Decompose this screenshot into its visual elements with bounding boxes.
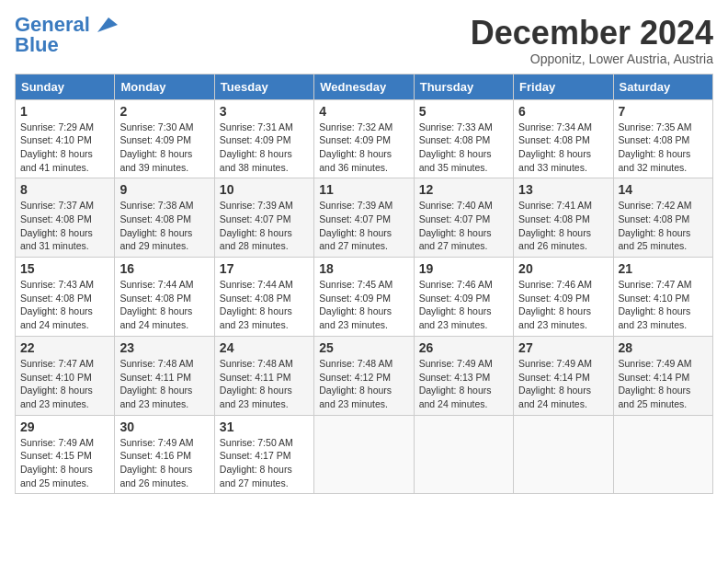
- day-number: 14: [619, 182, 708, 197]
- day-number: 25: [319, 340, 408, 355]
- day-detail: Sunrise: 7:37 AMSunset: 4:08 PMDaylight:…: [20, 200, 94, 251]
- day-number: 5: [419, 104, 508, 119]
- day-detail: Sunrise: 7:29 AMSunset: 4:10 PMDaylight:…: [20, 121, 94, 173]
- day-detail: Sunrise: 7:43 AMSunset: 4:08 PMDaylight:…: [20, 279, 94, 330]
- day-number: 30: [119, 419, 209, 434]
- weekday-header-row: SundayMondayTuesdayWednesdayThursdayFrid…: [16, 74, 713, 99]
- day-detail: Sunrise: 7:30 AMSunset: 4:09 PMDaylight:…: [119, 121, 193, 173]
- calendar-cell: 20 Sunrise: 7:46 AMSunset: 4:09 PMDaylig…: [514, 258, 613, 337]
- day-number: 31: [220, 419, 309, 434]
- calendar-cell: 18 Sunrise: 7:45 AMSunset: 4:09 PMDaylig…: [314, 258, 414, 337]
- day-detail: Sunrise: 7:39 AMSunset: 4:07 PMDaylight:…: [319, 200, 392, 251]
- logo-icon: [92, 14, 118, 40]
- day-number: 19: [419, 261, 508, 276]
- calendar-cell: 4 Sunrise: 7:32 AMSunset: 4:09 PMDayligh…: [314, 99, 414, 178]
- day-detail: Sunrise: 7:49 AMSunset: 4:14 PMDaylight:…: [619, 358, 692, 409]
- day-detail: Sunrise: 7:48 AMSunset: 4:11 PMDaylight:…: [220, 358, 293, 409]
- calendar-cell: 22 Sunrise: 7:47 AMSunset: 4:10 PMDaylig…: [16, 336, 115, 415]
- calendar-week-2: 8 Sunrise: 7:37 AMSunset: 4:08 PMDayligh…: [16, 178, 713, 258]
- weekday-header-wednesday: Wednesday: [314, 74, 414, 99]
- calendar-cell: 11 Sunrise: 7:39 AMSunset: 4:07 PMDaylig…: [314, 178, 414, 258]
- calendar-cell: [514, 415, 613, 494]
- day-detail: Sunrise: 7:44 AMSunset: 4:08 PMDaylight:…: [220, 279, 293, 330]
- calendar-cell: 16 Sunrise: 7:44 AMSunset: 4:08 PMDaylig…: [115, 258, 214, 337]
- calendar-cell: 1 Sunrise: 7:29 AMSunset: 4:10 PMDayligh…: [16, 99, 115, 178]
- weekday-header-friday: Friday: [514, 74, 613, 99]
- day-detail: Sunrise: 7:47 AMSunset: 4:10 PMDaylight:…: [619, 279, 692, 330]
- day-number: 12: [419, 182, 508, 197]
- calendar-cell: [414, 415, 513, 494]
- day-number: 9: [119, 182, 209, 197]
- day-number: 15: [20, 261, 109, 276]
- calendar-week-4: 22 Sunrise: 7:47 AMSunset: 4:10 PMDaylig…: [16, 336, 713, 415]
- calendar-cell: 26 Sunrise: 7:49 AMSunset: 4:13 PMDaylig…: [414, 336, 513, 415]
- calendar-cell: 2 Sunrise: 7:30 AMSunset: 4:09 PMDayligh…: [115, 99, 214, 178]
- calendar-cell: 17 Sunrise: 7:44 AMSunset: 4:08 PMDaylig…: [214, 258, 313, 337]
- calendar-table: SundayMondayTuesdayWednesdayThursdayFrid…: [15, 74, 713, 495]
- day-number: 8: [20, 182, 109, 197]
- calendar-cell: 7 Sunrise: 7:35 AMSunset: 4:08 PMDayligh…: [613, 99, 712, 178]
- day-detail: Sunrise: 7:39 AMSunset: 4:07 PMDaylight:…: [220, 200, 293, 251]
- day-detail: Sunrise: 7:35 AMSunset: 4:08 PMDaylight:…: [619, 121, 692, 173]
- day-detail: Sunrise: 7:47 AMSunset: 4:10 PMDaylight:…: [20, 358, 94, 409]
- day-detail: Sunrise: 7:45 AMSunset: 4:09 PMDaylight:…: [319, 279, 392, 330]
- day-detail: Sunrise: 7:48 AMSunset: 4:12 PMDaylight:…: [319, 358, 392, 409]
- day-number: 17: [220, 261, 309, 276]
- day-detail: Sunrise: 7:48 AMSunset: 4:11 PMDaylight:…: [119, 358, 193, 409]
- logo-text: GeneralBlue: [15, 15, 90, 55]
- day-detail: Sunrise: 7:34 AMSunset: 4:08 PMDaylight:…: [518, 121, 592, 173]
- day-detail: Sunrise: 7:46 AMSunset: 4:09 PMDaylight:…: [518, 279, 592, 330]
- calendar-cell: [613, 415, 712, 494]
- calendar-cell: 31 Sunrise: 7:50 AMSunset: 4:17 PMDaylig…: [214, 415, 313, 494]
- svg-marker-0: [97, 17, 118, 32]
- day-number: 1: [20, 104, 109, 119]
- weekday-header-tuesday: Tuesday: [214, 74, 313, 99]
- page-header: GeneralBlue December 2024 Opponitz, Lowe…: [15, 15, 713, 66]
- calendar-cell: 28 Sunrise: 7:49 AMSunset: 4:14 PMDaylig…: [613, 336, 712, 415]
- day-number: 23: [119, 340, 209, 355]
- calendar-week-1: 1 Sunrise: 7:29 AMSunset: 4:10 PMDayligh…: [16, 99, 713, 178]
- day-number: 16: [119, 261, 209, 276]
- calendar-cell: 14 Sunrise: 7:42 AMSunset: 4:08 PMDaylig…: [613, 178, 712, 258]
- calendar-cell: 25 Sunrise: 7:48 AMSunset: 4:12 PMDaylig…: [314, 336, 414, 415]
- calendar-cell: 29 Sunrise: 7:49 AMSunset: 4:15 PMDaylig…: [16, 415, 115, 494]
- day-number: 22: [20, 340, 109, 355]
- day-detail: Sunrise: 7:32 AMSunset: 4:09 PMDaylight:…: [319, 121, 392, 173]
- calendar-cell: 9 Sunrise: 7:38 AMSunset: 4:08 PMDayligh…: [115, 178, 214, 258]
- day-number: 29: [20, 419, 109, 434]
- day-detail: Sunrise: 7:49 AMSunset: 4:16 PMDaylight:…: [119, 437, 193, 488]
- day-number: 11: [319, 182, 408, 197]
- calendar-cell: 6 Sunrise: 7:34 AMSunset: 4:08 PMDayligh…: [514, 99, 613, 178]
- day-detail: Sunrise: 7:41 AMSunset: 4:08 PMDaylight:…: [518, 200, 592, 251]
- day-number: 20: [518, 261, 608, 276]
- day-detail: Sunrise: 7:46 AMSunset: 4:09 PMDaylight:…: [419, 279, 493, 330]
- calendar-cell: 5 Sunrise: 7:33 AMSunset: 4:08 PMDayligh…: [414, 99, 513, 178]
- day-number: 7: [619, 104, 708, 119]
- day-number: 24: [220, 340, 309, 355]
- day-number: 3: [220, 104, 309, 119]
- calendar-cell: 15 Sunrise: 7:43 AMSunset: 4:08 PMDaylig…: [16, 258, 115, 337]
- day-number: 13: [518, 182, 608, 197]
- calendar-cell: 3 Sunrise: 7:31 AMSunset: 4:09 PMDayligh…: [214, 99, 313, 178]
- day-detail: Sunrise: 7:49 AMSunset: 4:14 PMDaylight:…: [518, 358, 592, 409]
- calendar-cell: 30 Sunrise: 7:49 AMSunset: 4:16 PMDaylig…: [115, 415, 214, 494]
- calendar-cell: 27 Sunrise: 7:49 AMSunset: 4:14 PMDaylig…: [514, 336, 613, 415]
- day-number: 4: [319, 104, 408, 119]
- day-detail: Sunrise: 7:31 AMSunset: 4:09 PMDaylight:…: [220, 121, 293, 173]
- calendar-cell: 10 Sunrise: 7:39 AMSunset: 4:07 PMDaylig…: [214, 178, 313, 258]
- weekday-header-sunday: Sunday: [16, 74, 115, 99]
- location: Opponitz, Lower Austria, Austria: [471, 52, 713, 66]
- calendar-cell: 19 Sunrise: 7:46 AMSunset: 4:09 PMDaylig…: [414, 258, 513, 337]
- calendar-cell: 8 Sunrise: 7:37 AMSunset: 4:08 PMDayligh…: [16, 178, 115, 258]
- weekday-header-monday: Monday: [115, 74, 214, 99]
- calendar-cell: 21 Sunrise: 7:47 AMSunset: 4:10 PMDaylig…: [613, 258, 712, 337]
- calendar-cell: 13 Sunrise: 7:41 AMSunset: 4:08 PMDaylig…: [514, 178, 613, 258]
- day-detail: Sunrise: 7:42 AMSunset: 4:08 PMDaylight:…: [619, 200, 692, 251]
- calendar-cell: [314, 415, 414, 494]
- day-number: 2: [119, 104, 209, 119]
- weekday-header-saturday: Saturday: [613, 74, 712, 99]
- day-detail: Sunrise: 7:38 AMSunset: 4:08 PMDaylight:…: [119, 200, 193, 251]
- day-detail: Sunrise: 7:44 AMSunset: 4:08 PMDaylight:…: [119, 279, 193, 330]
- day-detail: Sunrise: 7:50 AMSunset: 4:17 PMDaylight:…: [220, 437, 293, 488]
- month-title: December 2024: [471, 15, 713, 52]
